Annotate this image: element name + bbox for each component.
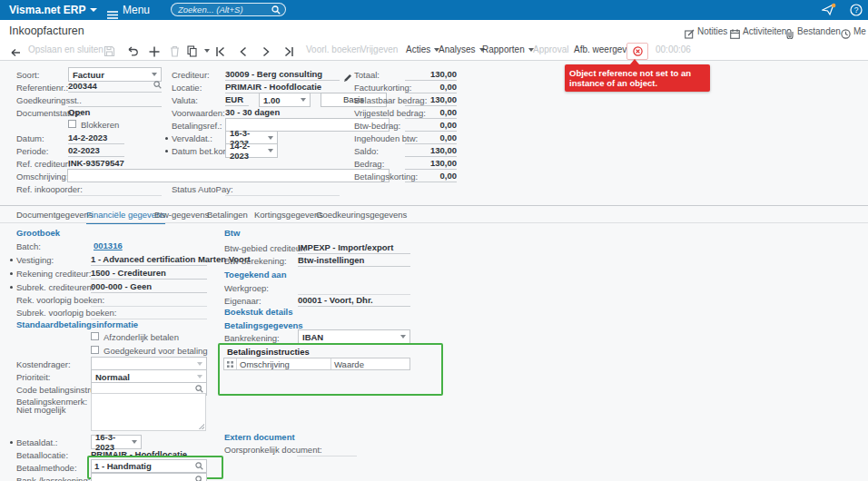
timer-label: 00:00:06 bbox=[656, 44, 691, 54]
periode-label: Periode: bbox=[16, 146, 48, 156]
tab-goedkeuringsgegevens[interactable]: Goedkeuringsgegevens bbox=[316, 210, 407, 220]
vrijgeven-button[interactable]: Vrijgeven bbox=[360, 44, 398, 54]
edit-pencil-icon[interactable] bbox=[343, 70, 352, 86]
rapporten-menu-button[interactable]: Rapporten bbox=[482, 44, 534, 54]
subrek-crediteuren-value[interactable]: 000-000 - Geen bbox=[91, 281, 207, 293]
menu-button[interactable]: Menu bbox=[123, 4, 150, 16]
delete-icon[interactable] bbox=[170, 44, 180, 61]
voorl-boeken-button[interactable]: Voorl. boeken bbox=[306, 44, 361, 54]
chevron-down-icon bbox=[400, 335, 406, 339]
analyses-menu-button[interactable]: Analyses bbox=[439, 44, 485, 54]
tab-btw-gegevens[interactable]: Btw-gegevens bbox=[154, 210, 209, 220]
soort-value: Factuur bbox=[73, 70, 104, 80]
nav-last-icon[interactable] bbox=[284, 44, 294, 61]
search-input[interactable] bbox=[176, 4, 271, 15]
valuta-currency[interactable]: EUR bbox=[225, 94, 249, 106]
acties-menu-button[interactable]: Acties bbox=[406, 44, 439, 54]
lookup-icon[interactable] bbox=[195, 385, 203, 393]
error-indicator-button[interactable] bbox=[626, 43, 648, 60]
btw-berekening-value[interactable]: Btw-instellingen bbox=[298, 255, 410, 267]
search-icon[interactable] bbox=[271, 5, 281, 15]
afzonderlijk-betalen-checkbox[interactable] bbox=[91, 332, 99, 340]
eigenaar-value[interactable]: 00001 - Voort, Dhr. bbox=[298, 295, 410, 307]
tab-documentgegevens[interactable]: Documentgegevens bbox=[16, 210, 94, 220]
acties-label: Acties bbox=[406, 44, 430, 54]
tab-betalingen[interactable]: Betalingen bbox=[207, 210, 248, 220]
help-icon[interactable]: ? bbox=[850, 4, 863, 20]
periode-value[interactable]: 02-2023 bbox=[68, 145, 124, 157]
betalingsinstructies-title: Betalingsinstructies bbox=[227, 347, 310, 357]
bank-kasrekening-input[interactable] bbox=[91, 473, 207, 481]
bankrekening-value: IBAN bbox=[302, 332, 323, 342]
column-header-waarde[interactable]: Waarde bbox=[331, 358, 409, 369]
bankrekening-select[interactable]: IBAN bbox=[298, 329, 410, 344]
valuta-rate-value: 1.00 bbox=[263, 95, 281, 105]
nav-next-icon[interactable] bbox=[262, 44, 271, 61]
notes-link[interactable]: Notities bbox=[697, 26, 727, 36]
global-search bbox=[171, 3, 286, 16]
back-icon[interactable] bbox=[9, 45, 22, 62]
werkgroep-value bbox=[298, 282, 410, 295]
nav-prev-icon[interactable] bbox=[239, 44, 247, 61]
brand-label: Visma.net ERP bbox=[9, 4, 85, 16]
goedgekeurd-voor-betaling-checkbox[interactable] bbox=[91, 346, 99, 354]
reminders-link[interactable]: Me bbox=[853, 26, 866, 36]
standaardbetalingsinformatie-header: Standaardbetalingsinformatie bbox=[16, 319, 138, 329]
referentienr-label: Referentienr.: bbox=[16, 83, 68, 93]
betalingsinstructies-grid-header: Omschrijving Waarde bbox=[223, 358, 410, 370]
vervaldat-label: Vervaldat.: bbox=[172, 133, 212, 143]
batch-link[interactable]: 001316 bbox=[94, 240, 123, 250]
datum-value[interactable]: 14-2-2023 bbox=[68, 133, 124, 144]
grootboek-header: Grootboek bbox=[16, 228, 60, 238]
activities-link[interactable]: Activiteiten bbox=[743, 26, 786, 36]
boekstuk-details-link[interactable]: Boekstuk details bbox=[224, 307, 293, 317]
lookup-icon[interactable] bbox=[195, 462, 203, 470]
files-link[interactable]: Bestanden bbox=[797, 26, 841, 36]
copy-paste-icon[interactable] bbox=[187, 44, 197, 61]
referentienr-value: 200344 bbox=[68, 81, 97, 92]
datum-label: Datum: bbox=[16, 133, 44, 143]
save-icon[interactable] bbox=[104, 44, 115, 61]
btw-gebied-crediteur-value[interactable]: IMPEXP - Import/export bbox=[298, 242, 410, 254]
btw-bedrag-value: 0,00 bbox=[405, 120, 457, 132]
betaaldat-select[interactable]: 16-3-2023 bbox=[91, 435, 142, 449]
bedrag-label: Bedrag: bbox=[354, 159, 384, 169]
chevron-down-icon bbox=[132, 440, 137, 444]
betaalmethode-label: Betaalmethode: bbox=[16, 463, 77, 473]
error-tooltip: Object reference not set to an instance … bbox=[565, 64, 710, 92]
betaallocatie-label: Betaallocatie: bbox=[16, 450, 68, 460]
werkgroep-label: Werkgroep: bbox=[224, 283, 269, 293]
betalingskenmerk-textarea[interactable] bbox=[91, 393, 206, 431]
save-close-button[interactable]: Opslaan en sluiten bbox=[28, 44, 104, 54]
nav-first-icon[interactable] bbox=[215, 44, 225, 61]
vestiging-value[interactable]: 1 - Advanced certification Marten Voort bbox=[91, 254, 207, 266]
column-header-omschrijving[interactable]: Omschrijving bbox=[237, 358, 331, 369]
valuta-label: Valuta: bbox=[172, 95, 198, 105]
approval-button[interactable]: Approval bbox=[533, 44, 568, 54]
whats-new-icon[interactable] bbox=[822, 3, 836, 21]
tab-kortingsgegevens[interactable]: Kortingsgegevens bbox=[254, 210, 323, 220]
rekening-crediteur-value[interactable]: 1500 - Crediteuren bbox=[91, 268, 207, 280]
btw-bedrag-label: Btw-bedrag: bbox=[354, 121, 400, 131]
chevron-down-icon bbox=[90, 8, 97, 12]
crediteur-value[interactable]: 30009 - Berg consulting bbox=[225, 69, 340, 81]
soort-select[interactable]: Factuur bbox=[68, 67, 162, 82]
grid-settings-icon[interactable] bbox=[224, 358, 237, 369]
factuurkorting-label: Factuurkorting: bbox=[354, 83, 411, 93]
lookup-icon[interactable] bbox=[195, 476, 203, 481]
betaaldat-label: Betaaldat.: bbox=[16, 437, 57, 447]
datum-bet-korting-select[interactable]: 14-2-2023 bbox=[225, 143, 278, 158]
betaalmethode-input[interactable]: 1 - Handmatig bbox=[91, 459, 207, 473]
blokkeren-checkbox[interactable] bbox=[68, 120, 76, 128]
chevron-down-icon bbox=[268, 149, 273, 152]
undo-icon[interactable] bbox=[126, 44, 139, 61]
brand-menu[interactable]: Visma.net ERP bbox=[9, 4, 97, 16]
omschrijving-input[interactable] bbox=[67, 169, 390, 182]
valuta-rate-select[interactable]: 1.00 bbox=[259, 93, 311, 107]
btw-gebied-crediteur-label: Btw-gebied crediteur: bbox=[224, 243, 306, 253]
copy-paste-caret-icon[interactable] bbox=[204, 49, 210, 53]
add-icon[interactable] bbox=[149, 44, 160, 61]
lookup-icon[interactable] bbox=[153, 81, 162, 89]
referentienr-field[interactable]: 200344 bbox=[68, 81, 162, 93]
soort-label: Soort: bbox=[16, 70, 39, 80]
